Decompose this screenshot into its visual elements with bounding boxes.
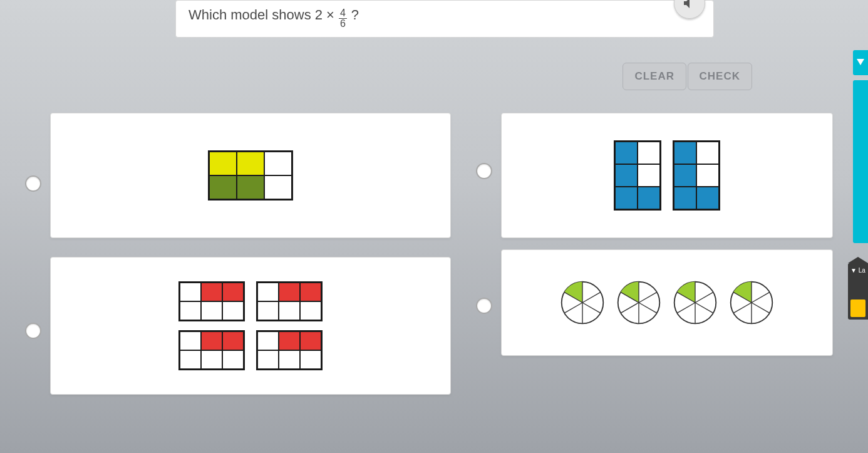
fraction-denominator: 6 [339,19,347,29]
clear-button[interactable]: CLEAR [623,63,686,90]
option-a-radio[interactable] [25,175,41,192]
side-tool-indicator [850,299,865,317]
option-d-circles [559,279,775,326]
option-c-grids [178,281,323,370]
check-button[interactable]: CHECK [688,63,752,90]
option-c-card[interactable] [50,257,451,395]
option-b-card[interactable] [501,113,833,238]
option-a-grid [208,150,293,200]
pie-icon [616,279,662,326]
speaker-icon [682,0,697,11]
side-tab-toggle[interactable] [853,50,868,75]
option-d-radio[interactable] [476,298,492,314]
triangle-down-icon [853,50,868,75]
pie-icon [559,279,606,326]
question-text: Which model shows 2 × [189,7,334,23]
side-tool-label: ▼ La [848,267,868,274]
option-b-radio[interactable] [476,163,492,179]
side-panel[interactable] [853,80,868,243]
fraction-numerator: 4 [339,8,347,19]
pie-icon [672,279,718,326]
question-suffix: ? [351,7,359,23]
question-fraction: 4 6 [339,8,347,29]
question-box: Which model shows 2 × 4 6 ? [175,0,714,38]
pie-icon [728,279,775,326]
option-c-radio[interactable] [25,323,41,339]
side-tool[interactable]: ▼ La [848,263,868,320]
svg-marker-0 [857,59,864,65]
option-a-card[interactable] [50,113,451,238]
option-b-grids [614,140,720,211]
option-d-card[interactable] [501,249,833,356]
